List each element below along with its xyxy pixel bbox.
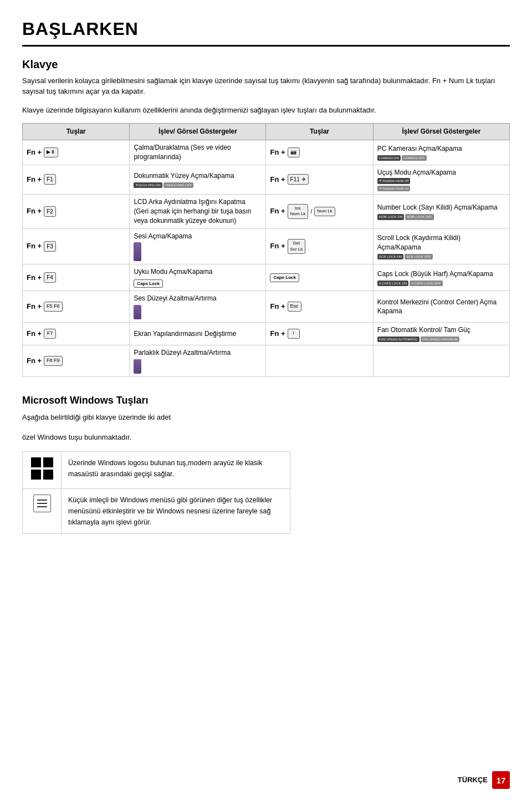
func-cell-right: Number Lock (Sayı Kilidi) Açma/Kapama NÜ… (373, 195, 509, 228)
ms-table-row: Küçük imleçli bir Windows menüsü gibi gö… (23, 489, 290, 534)
func-cell: Ekran Yapılandırmasını Değiştirme (130, 323, 266, 345)
page-title: BAŞLARKEN (22, 17, 139, 42)
fn-cell-right: Fn + 📷 (270, 147, 369, 157)
intro-line2: Klavye üzerinde bilgisayarın kullanım öz… (22, 105, 510, 116)
empty-cell-right (373, 345, 509, 377)
airplane-indicators: ✈ Airplane mode off ✈ Airplane mode on (377, 178, 505, 191)
scrolllock-indicators: SCR LOCK ON SCR LOCK OFF (377, 254, 505, 259)
brightness-indicator (134, 359, 141, 374)
windows-menu-icon (33, 495, 51, 512)
fn-cell: Fn + F3 (27, 241, 125, 252)
func-cell-right: Caps Lock (Büyük Harf) Açma/Kapama A CAP… (373, 264, 509, 291)
fanspeed-indicators: FAN SPEED AUTOMATIC FAN SPEED MAXIMUM (377, 337, 505, 342)
func-cell: Sesi Açma/Kapama (130, 228, 266, 264)
func-cell-right: Scroll Lock (Kaydırma Kilidi) Açma/Kapam… (373, 228, 509, 264)
fn-cell-right: Fn + ! (270, 329, 369, 339)
svg-rect-0 (31, 457, 41, 467)
ms-windows-section: Microsoft Windows Tuşları Aşağıda belirt… (22, 394, 510, 534)
func-cell-right: Kontrol Merkezini (Control Center) Açma … (373, 291, 509, 323)
win-logo-desc: Üzerinde Windows logosu bulunan tuş,mode… (62, 452, 290, 489)
func-cell-right: Fan Otomatik Kontrol/ Tam Güç FAN SPEED … (373, 323, 509, 345)
table-row: Fn + F4 Uyku Modu Açma/Kapama Caps Lock … (23, 264, 510, 291)
ms-subtitle-line1: Aşağıda belirtildiği gibi klavye üzerind… (22, 412, 510, 423)
svg-rect-2 (31, 470, 41, 480)
fn-cell: Fn + F1 (27, 174, 125, 185)
func-cell: LCD Arka Aydınlatma Işığını Kapatma (Ger… (130, 195, 266, 228)
windows-logo-icon (31, 457, 53, 480)
fn-cell: Fn + F4 (27, 272, 125, 283)
capslock-indicators: A CAPS LOCK ON A CAPS LOCK OFF (377, 281, 505, 286)
func-cell-right: Uçuş Modu Açma/Kapama ✈ Airplane mode of… (373, 165, 509, 195)
fn-cell: Fn + F8 F9 (27, 356, 125, 366)
table-row: Fn + F3 Sesi Açma/Kapama Fn + DelScr Lk … (23, 228, 510, 264)
mute-indicator (134, 242, 141, 261)
col4-header: İşlev/ Görsel Göstergeler (373, 124, 509, 140)
fn-cell: Fn + ▶⏸ (27, 147, 125, 157)
func-cell: Uyku Modu Açma/Kapama Caps Lock (130, 264, 266, 291)
table-row: Fn + F2 LCD Arka Aydınlatma Işığını Kapa… (23, 195, 510, 228)
func-cell-right: PC Kamerası Açma/Kapama CAMERA ON CAMERA… (373, 140, 509, 165)
table-row: Fn + F5 F6 Ses Düzeyi Azaltma/Artırma Fn… (23, 291, 510, 323)
page-header: BAŞLARKEN (22, 17, 510, 47)
col1-header: Tuşlar (23, 124, 130, 140)
fn-cell-right: Fn + Esc (270, 302, 369, 312)
win-menu-desc: Küçük imleçli bir Windows menüsü gibi gö… (62, 489, 290, 534)
fn-cell-right: Fn + InsNum Lk / Num Lk (270, 204, 369, 219)
col2-header: İşlev/ Görsel Göstergeler (130, 124, 266, 140)
touchpad-indicators: TOUCH PAD ON TOUCH PAD OFF (134, 182, 262, 188)
keys-table: Tuşlar İşlev/ Görsel Göstergeler Tuşlar … (22, 123, 510, 377)
win-logo-cell (23, 452, 62, 489)
ms-table-row: Üzerinde Windows logosu bulunan tuş,mode… (23, 452, 290, 489)
fn-cell-right: Caps Lock (270, 273, 369, 282)
ms-title: Microsoft Windows Tuşları (22, 394, 510, 407)
table-row: Fn + F7 Ekran Yapılandırmasını Değiştirm… (23, 323, 510, 345)
func-cell: Parlaklık Düzeyi Azaltma/Artırma (130, 345, 266, 377)
camera-indicators: CAMERA ON CAMERA OFF (377, 155, 505, 161)
fn-cell-right: Fn + F11 ✈ (270, 174, 369, 185)
table-row: Fn + ▶⏸ Çalma/Duraklatma (Ses ve video p… (23, 140, 510, 165)
col3-header: Tuşlar (266, 124, 373, 140)
func-cell: Çalma/Duraklatma (Ses ve video programla… (130, 140, 266, 165)
func-cell: Ses Düzeyi Azaltma/Artırma (130, 291, 266, 323)
ms-keys-table: Üzerinde Windows logosu bulunan tuş,mode… (22, 451, 290, 534)
intro-line1: Sayısal verilerin kolayca girilebilmesin… (22, 75, 510, 97)
ms-subtitle-line2: özel Windows tuşu bulunmaktadır. (22, 432, 510, 443)
table-row: Fn + F1 Dokunmatik Yüzey Açma/Kapama TOU… (23, 165, 510, 195)
svg-rect-3 (43, 470, 53, 480)
win-menu-cell (23, 489, 62, 534)
section-title: Klavye (22, 57, 510, 72)
empty-cell (266, 345, 373, 377)
fn-cell-right: Fn + DelScr Lk (270, 239, 369, 254)
numlock-indicators: NÜM LOCK ON NÜM LOCK OFF (377, 214, 505, 220)
fn-cell: Fn + F5 F6 (27, 302, 125, 312)
table-row: Fn + F8 F9 Parlaklık Düzeyi Azaltma/Artı… (23, 345, 510, 377)
volume-indicator (134, 305, 141, 319)
svg-rect-1 (43, 457, 53, 467)
func-cell: Dokunmatik Yüzey Açma/Kapama TOUCH PAD O… (130, 165, 266, 195)
fn-cell: Fn + F2 (27, 206, 125, 217)
fn-cell: Fn + F7 (27, 329, 125, 339)
